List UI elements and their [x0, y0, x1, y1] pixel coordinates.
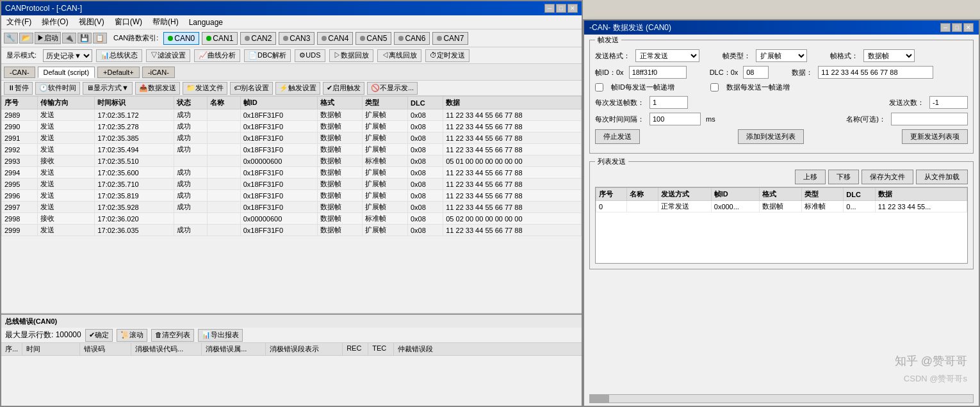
- display-mode-btn[interactable]: 🖥显示方式▼: [83, 82, 133, 95]
- scroll-btn[interactable]: 📜滚动: [117, 329, 147, 342]
- cell-dlc: 0x08: [407, 190, 443, 202]
- stop-send-btn[interactable]: 停止发送: [595, 129, 640, 144]
- add-to-list-btn[interactable]: 添加到发送列表: [738, 129, 804, 144]
- float-maximize-btn[interactable]: □: [952, 23, 962, 32]
- tab-default-plus[interactable]: +Default+: [97, 67, 140, 78]
- up-btn[interactable]: 上移: [795, 170, 826, 184]
- cell-dlc: 0x08: [407, 167, 443, 179]
- confirm-btn[interactable]: ✔确定: [85, 329, 113, 342]
- alias-btn[interactable]: 🏷别名设置: [230, 82, 273, 95]
- tab-default-script[interactable]: Default (script): [38, 67, 95, 78]
- frame-id-input[interactable]: [629, 66, 687, 79]
- can0-btn[interactable]: CAN0: [163, 32, 199, 45]
- frame-format-select[interactable]: 数据帧: [863, 49, 915, 62]
- send-file-btn[interactable]: 📁发送文件: [183, 82, 227, 95]
- filter-btn[interactable]: ▽滤波设置: [146, 49, 190, 62]
- dlc-input[interactable]: [743, 66, 769, 79]
- float-close-btn[interactable]: ✕: [963, 23, 974, 32]
- tab-ican[interactable]: -iCAN-: [142, 67, 175, 78]
- can4-btn[interactable]: CAN4: [317, 32, 353, 45]
- toolbar-start[interactable]: ▶启动: [35, 32, 61, 44]
- cell-name: [207, 213, 240, 225]
- load-file-btn[interactable]: 从文件加载: [916, 170, 968, 184]
- uds-btn[interactable]: ⚙UDS: [295, 49, 325, 62]
- name-input[interactable]: [891, 113, 968, 125]
- can6-btn[interactable]: CAN6: [394, 32, 430, 45]
- timer-btn[interactable]: ⏱定时发送: [425, 49, 470, 62]
- table-row[interactable]: 2994 发送 17:02:35.600 成功 0x18FF31F0 数据帧 扩…: [2, 167, 582, 179]
- table-row[interactable]: 2995 发送 17:02:35.710 成功 0x18FF31F0 数据帧 扩…: [2, 179, 582, 190]
- menu-operate[interactable]: 操作(O): [39, 15, 70, 29]
- table-row[interactable]: 2989 发送 17:02:35.172 成功 0x18FF31F0 数据帧 扩…: [2, 109, 582, 121]
- curve-btn[interactable]: 📈曲线分析: [194, 49, 240, 62]
- close-btn[interactable]: ✕: [568, 4, 578, 13]
- data-playback-btn[interactable]: ▷数据回放: [329, 49, 373, 62]
- total-send-input[interactable]: [929, 96, 968, 109]
- pause-btn[interactable]: ⏸暂停: [4, 82, 33, 95]
- cell-name: [207, 190, 240, 202]
- send-count-input[interactable]: [649, 96, 688, 109]
- send-format-select[interactable]: 正常发送: [635, 49, 699, 62]
- offline-btn[interactable]: ◁离线回放: [377, 49, 421, 62]
- can5-btn[interactable]: CAN5: [355, 32, 391, 45]
- menu-language[interactable]: Language: [186, 17, 225, 28]
- frame-type-select[interactable]: 扩展帧: [756, 49, 807, 62]
- cell-seq: 2989: [2, 109, 38, 121]
- cell-format: 数据帧: [317, 121, 363, 132]
- cell-format: 数据帧: [317, 202, 363, 213]
- list-col-seq: 序号: [596, 188, 627, 201]
- data-input[interactable]: [818, 66, 933, 79]
- interval-input[interactable]: [649, 113, 701, 125]
- list-table-container[interactable]: 序号 名称 发送方式 帧ID 格式 类型 DLC 数据 0 正常发送 0x00: [595, 187, 968, 264]
- bus-status-btn[interactable]: 📊总线状态: [96, 49, 142, 62]
- can7-btn[interactable]: CAN7: [432, 32, 468, 45]
- table-row[interactable]: 2999 发送 17:02:36.035 成功 0x18FF31F0 数据帧 扩…: [2, 225, 582, 236]
- list-table: 序号 名称 发送方式 帧ID 格式 类型 DLC 数据 0 正常发送 0x00: [596, 188, 967, 212]
- cb-data-inc[interactable]: [710, 83, 719, 92]
- dbc-btn[interactable]: 📄DBC解析: [244, 49, 291, 62]
- menu-help[interactable]: 帮助(H): [150, 15, 181, 29]
- table-row[interactable]: 2992 发送 17:02:35.494 成功 0x18FF31F0 数据帧 扩…: [2, 144, 582, 156]
- data-table-container[interactable]: 序号 传输方向 时间标识 状态 名称 帧ID 格式 类型 DLC 数据 2989…: [1, 96, 582, 314]
- menu-view[interactable]: 视图(V): [76, 15, 107, 29]
- cell-status: 成功: [174, 190, 207, 202]
- table-row[interactable]: 2996 发送 17:02:35.819 成功 0x18FF31F0 数据帧 扩…: [2, 190, 582, 202]
- table-row[interactable]: 2991 发送 17:02:35.385 成功 0x18FF31F0 数据帧 扩…: [2, 132, 582, 144]
- cell-dlc: 0x08: [407, 121, 443, 132]
- can1-btn[interactable]: CAN1: [202, 32, 238, 45]
- cell-status: 成功: [174, 132, 207, 144]
- menu-window[interactable]: 窗口(W): [112, 15, 145, 29]
- frame-format-label: 帧格式：: [830, 51, 858, 61]
- trigger-set-btn[interactable]: ⚡触发设置: [275, 82, 320, 95]
- menu-file[interactable]: 文件(F): [4, 15, 34, 29]
- data-table: 序号 传输方向 时间标识 状态 名称 帧ID 格式 类型 DLC 数据 2989…: [1, 96, 582, 236]
- float-minimize-btn[interactable]: ─: [940, 23, 951, 32]
- table-row[interactable]: 2993 接收 17:02:35.510 0x00000600 数据帧 标准帧 …: [2, 156, 582, 167]
- float-scrollbar[interactable]: [589, 394, 974, 403]
- cell-frameid: 0x00000600: [240, 213, 317, 225]
- down-btn[interactable]: 下移: [828, 170, 859, 184]
- cell-frameid: 0x18FF31F0: [240, 179, 317, 190]
- clear-list-btn[interactable]: 🗑清空列表: [151, 329, 194, 342]
- display-mode-select[interactable]: 历史记录▼: [43, 49, 92, 62]
- col-format: 格式: [317, 97, 363, 109]
- cell-time: 17:02:35.928: [95, 202, 174, 213]
- table-row[interactable]: 2990 发送 17:02:35.278 成功 0x18FF31F0 数据帧 扩…: [2, 121, 582, 132]
- cell-name: [207, 179, 240, 190]
- cb-frame-inc[interactable]: [595, 83, 603, 92]
- save-file-btn[interactable]: 保存为文件: [862, 170, 913, 184]
- sw-time-btn[interactable]: 🕐软件时间: [35, 82, 80, 95]
- can2-btn[interactable]: CAN2: [240, 32, 276, 45]
- table-row[interactable]: 2997 发送 17:02:35.928 成功 0x18FF31F0 数据帧 扩…: [2, 202, 582, 213]
- minimize-btn[interactable]: ─: [544, 4, 555, 13]
- can3-btn[interactable]: CAN3: [279, 32, 314, 45]
- maximize-btn[interactable]: □: [556, 4, 566, 13]
- list-item[interactable]: 0 正常发送 0x000... 数据帧 标准帧 0... 11 22 33 44…: [596, 201, 967, 212]
- enable-trigger-btn[interactable]: ✔启用触发: [323, 82, 364, 95]
- update-list-btn[interactable]: 更新发送列表项: [902, 129, 968, 144]
- nodisplay-btn[interactable]: 🚫不显示发...: [367, 82, 418, 95]
- tab-can[interactable]: -CAN-: [4, 67, 35, 78]
- export-btn[interactable]: 📊导出报表: [198, 329, 243, 342]
- table-row[interactable]: 2998 接收 17:02:36.020 0x00000600 数据帧 标准帧 …: [2, 213, 582, 225]
- data-send-btn[interactable]: 📤数据发送: [135, 82, 180, 95]
